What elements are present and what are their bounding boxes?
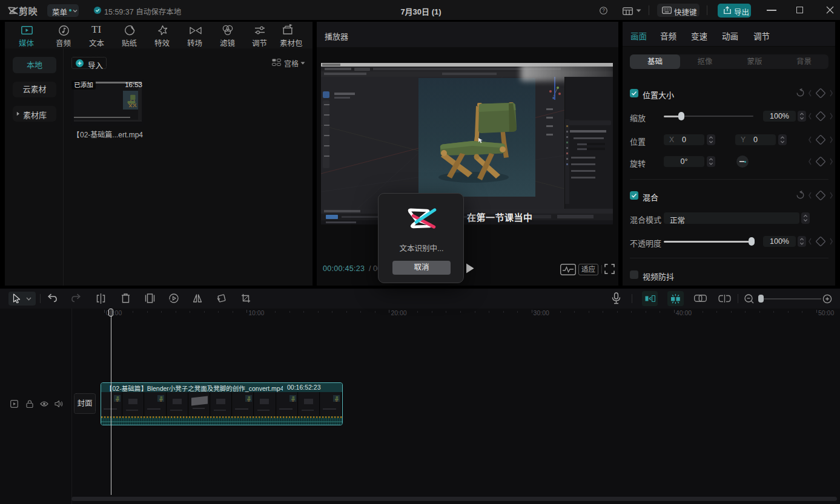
svg-text:?: ? xyxy=(602,7,605,13)
